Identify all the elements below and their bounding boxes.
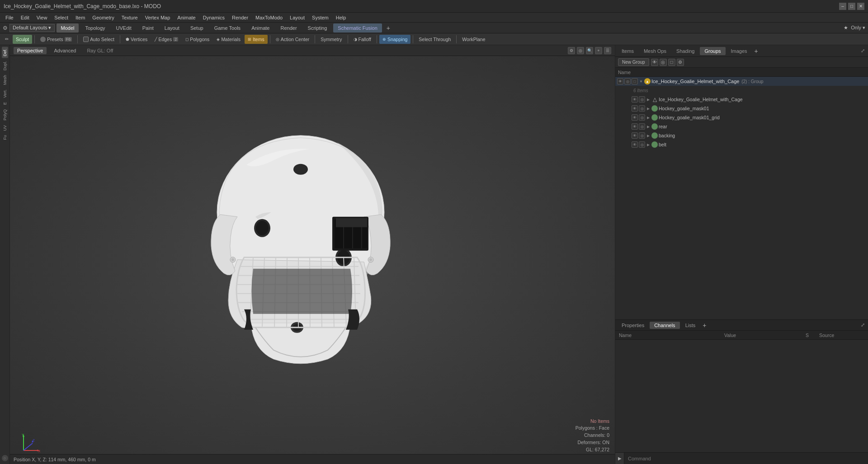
tab-layout[interactable]: Layout [160, 23, 184, 33]
select-through-button[interactable]: Select Through [415, 35, 454, 44]
tree-item-mask01[interactable]: 👁 ◎ ▶ Hockey_goalie_mask01 [615, 104, 868, 113]
workplane-button[interactable]: WorkPlane [459, 35, 488, 44]
tree-item-expand-2[interactable]: ▶ [646, 106, 651, 111]
tree-item-helmet-mesh[interactable]: 👁 ◎ ▶ △ Ice_Hockey_Goalie_Helmet_with_Ca… [615, 95, 868, 104]
bottom-add-tab-button[interactable]: + [701, 321, 708, 330]
rpanel-expand-icon[interactable]: ⤢ [859, 47, 866, 55]
tree-item-backing[interactable]: 👁 ◎ ▶ backing [615, 131, 868, 140]
vp-menu-icon[interactable]: ☰ [604, 47, 611, 54]
sidebar-collapse-button[interactable]: ○ [2, 455, 8, 461]
vp-plus-icon[interactable]: + [595, 47, 602, 54]
close-button[interactable]: ✕ [857, 3, 864, 10]
sidebar-tab-polyq[interactable]: PolyQ [2, 108, 8, 122]
tree-item-rear[interactable]: 👁 ◎ ▶ rear [615, 122, 868, 131]
snapping-button[interactable]: ⊕ Snapping [379, 35, 410, 44]
command-input[interactable] [624, 453, 868, 464]
viewport-canvas[interactable]: X Y Z No Items Polygons : Face Channels:… [10, 56, 615, 464]
symmetry-button[interactable]: Symmetry [317, 35, 345, 44]
menu-geometry[interactable]: Geometry [89, 14, 118, 21]
tree-expand-icon[interactable]: ▼ [639, 79, 643, 84]
polygons-button[interactable]: ◻ Polygons [182, 35, 212, 44]
tree-item-vis-eye[interactable]: 👁 [632, 96, 638, 103]
tab-animate[interactable]: Animate [247, 23, 274, 33]
menu-item[interactable]: Item [72, 14, 89, 21]
command-arrow-button[interactable]: ▶ [615, 453, 624, 464]
star-only-control[interactable]: ★ Only ▾ [844, 25, 865, 31]
tab-uvedit[interactable]: UVEdit [112, 23, 136, 33]
menu-view[interactable]: View [33, 14, 51, 21]
tree-item-expand-3[interactable]: ▶ [646, 115, 651, 120]
rpanel-tab-images[interactable]: Images [726, 47, 752, 55]
tab-scripting[interactable]: Scripting [303, 23, 332, 33]
tab-model[interactable]: Model [57, 23, 79, 33]
menu-texture[interactable]: Texture [118, 14, 142, 21]
new-group-button[interactable]: New Group [618, 58, 649, 66]
sidebar-tab-dupl[interactable]: Dupl. [2, 59, 8, 72]
tree-item-vis-render-5[interactable]: ◎ [639, 132, 645, 139]
vp-settings-icon[interactable]: ⚙ [568, 47, 575, 54]
tree-item-vis-render-4[interactable]: ◎ [639, 123, 645, 130]
materials-button[interactable]: ◈ Materials [213, 35, 244, 44]
tab-paint[interactable]: Paint [138, 23, 158, 33]
tree-item-expand[interactable]: ▶ [646, 97, 651, 102]
sidebar-tab-vert[interactable]: Vert. [2, 88, 8, 100]
add-layout-tab-button[interactable]: + [384, 23, 393, 33]
tree-item-mask01-grid[interactable]: 👁 ◎ ▶ Hockey_goalie_mask01_grid [615, 113, 868, 122]
tree-vis-lock[interactable]: □ [632, 78, 638, 84]
vp-render-icon[interactable]: ◎ [577, 47, 584, 54]
menu-render[interactable]: Render [228, 14, 252, 21]
vertices-button[interactable]: ⬟ Vertices [123, 35, 151, 44]
sidebar-tab-def[interactable]: Def. [2, 47, 8, 58]
maximize-button[interactable]: □ [848, 3, 855, 10]
scene-tree-eye-icon[interactable]: 👁 [651, 59, 658, 66]
menu-help[interactable]: Help [332, 14, 350, 21]
menu-select[interactable]: Select [51, 14, 72, 21]
bottom-tab-properties[interactable]: Properties [617, 322, 649, 329]
scene-tree-render-icon[interactable]: ◎ [660, 59, 667, 66]
vp-search-icon[interactable]: 🔍 [586, 47, 593, 54]
tree-item-expand-4[interactable]: ▶ [646, 124, 651, 129]
action-center-button[interactable]: ◎ Action Center [273, 35, 313, 44]
menu-animate[interactable]: Animate [174, 14, 199, 21]
menu-file[interactable]: File [2, 14, 17, 21]
tree-item-expand-6[interactable]: ▶ [646, 142, 651, 147]
menu-edit[interactable]: Edit [17, 14, 33, 21]
tree-item-belt[interactable]: 👁 ◎ ▶ belt [615, 140, 868, 149]
default-layouts-dropdown[interactable]: Default Layouts ▾ [9, 24, 55, 32]
bottom-expand-icon[interactable]: ⤢ [859, 322, 866, 329]
menu-dynamics[interactable]: Dynamics [199, 14, 228, 21]
tree-item-vis-eye-2[interactable]: 👁 [632, 105, 638, 112]
tree-item-vis-eye-4[interactable]: 👁 [632, 123, 638, 130]
tree-item-vis-render-2[interactable]: ◎ [639, 105, 645, 112]
scene-tree-content[interactable]: 👁 ◎ □ ▼ ▲ Ice_Hockey_Goalie_Helmet_with_… [615, 77, 868, 319]
settings-icon[interactable]: ⚙ [3, 25, 8, 31]
tab-setup[interactable]: Setup [186, 23, 208, 33]
tab-game-tools[interactable]: Game Tools [210, 23, 245, 33]
tree-vis-render[interactable]: ◎ [624, 78, 631, 84]
rpanel-tab-shading[interactable]: Shading [672, 47, 699, 55]
scene-tree-settings-icon[interactable]: ⚙ [677, 59, 684, 66]
tree-item-vis-eye-3[interactable]: 👁 [632, 114, 638, 121]
items-button[interactable]: ⊞ Items [245, 35, 268, 44]
menu-system[interactable]: System [308, 14, 332, 21]
menu-vertex-map[interactable]: Vertex Map [142, 14, 174, 21]
tab-schematic-fusion[interactable]: Schematic Fusion [333, 23, 382, 33]
rpanel-tab-groups[interactable]: Groups [700, 47, 725, 55]
rpanel-add-tab-button[interactable]: + [753, 47, 760, 56]
sidebar-tab-mesh[interactable]: Mesh [2, 73, 8, 87]
tree-vis-eye[interactable]: 👁 [617, 78, 623, 84]
bottom-tab-channels[interactable]: Channels [650, 322, 679, 329]
edges-button[interactable]: ╱ Edges 2 [151, 35, 181, 44]
menu-layout[interactable]: Layout [286, 14, 308, 21]
auto-select-button[interactable]: Auto Select [80, 35, 118, 44]
sidebar-tab-uv[interactable]: UV [2, 123, 8, 133]
tab-topology[interactable]: Topology [80, 23, 109, 33]
tab-render[interactable]: Render [276, 23, 301, 33]
falloff-button[interactable]: ◑ Falloff [350, 35, 374, 44]
minimize-button[interactable]: – [839, 3, 846, 10]
presets-button[interactable]: Presets F6 [37, 35, 75, 44]
sidebar-tab-e[interactable]: E [2, 100, 8, 107]
tree-item-vis-eye-6[interactable]: 👁 [632, 141, 638, 148]
tree-item-vis-render-6[interactable]: ◎ [639, 141, 645, 148]
tree-item-expand-5[interactable]: ▶ [646, 133, 651, 138]
